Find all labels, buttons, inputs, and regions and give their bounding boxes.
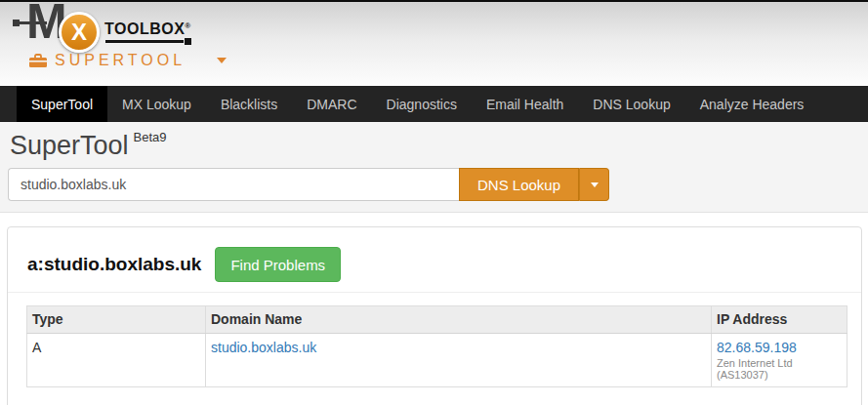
supertool-brand-label: SUPERTOOL: [55, 52, 186, 69]
brand-header: M X TOOLBOX® SUPERTOOL: [0, 2, 868, 86]
domain-search-input[interactable]: [8, 168, 459, 201]
record-ip-cell: 82.68.59.198 Zen Internet Ltd (AS13037): [712, 334, 847, 387]
heading-divider: [8, 292, 861, 293]
record-type-cell: A: [27, 334, 206, 387]
dns-lookup-button[interactable]: DNS Lookup: [459, 168, 579, 201]
column-header-ip: IP Address: [712, 306, 847, 334]
nav-item-supertool[interactable]: SuperTool: [17, 86, 107, 122]
column-header-domain: Domain Name: [206, 306, 712, 334]
asn-info-text: Zen Internet Ltd (AS13037): [717, 357, 839, 381]
logo-letter-x: X: [71, 20, 87, 44]
nav-item-email-health[interactable]: Email Health: [472, 86, 578, 122]
records-header-row: Type Domain Name IP Address: [27, 306, 847, 334]
brand-caret-down-icon: [217, 58, 227, 63]
lookup-command-text: a:studio.boxlabs.uk: [27, 254, 201, 275]
page-title-text: SuperTool: [10, 131, 129, 160]
lookup-search-row: DNS Lookup: [8, 168, 609, 201]
tool-header-section: SuperToolBeta9 DNS Lookup: [0, 122, 868, 213]
logo-right-square: [185, 38, 191, 45]
beta-badge: Beta9: [134, 130, 167, 144]
nav-item-mx-lookup[interactable]: MX Lookup: [107, 86, 206, 122]
nav-item-diagnostics[interactable]: Diagnostics: [372, 86, 472, 122]
lookup-type-dropdown-button[interactable]: [579, 168, 609, 201]
logo-toolbox-word: TOOLBOX: [104, 20, 185, 37]
nav-item-dmarc[interactable]: DMARC: [292, 86, 371, 122]
results-panel: a:studio.boxlabs.uk Find Problems Type D…: [7, 226, 862, 405]
toolbox-icon: [29, 54, 47, 67]
column-header-type: Type: [27, 306, 206, 334]
main-navbar: SuperTool MX Lookup Blacklists DMARC Dia…: [0, 86, 868, 122]
nav-item-blacklists[interactable]: Blacklists: [206, 86, 292, 122]
dns-records-table: Type Domain Name IP Address A studio.box…: [26, 305, 847, 387]
logo-toolbox-text: TOOLBOX®: [104, 20, 191, 38]
supertool-brand-dropdown[interactable]: SUPERTOOL: [29, 52, 227, 69]
chevron-down-icon: [591, 182, 599, 187]
table-row: A studio.boxlabs.uk 82.68.59.198 Zen Int…: [27, 334, 847, 387]
nav-item-analyze-headers[interactable]: Analyze Headers: [685, 86, 819, 122]
page-title: SuperToolBeta9: [10, 130, 167, 161]
find-problems-button[interactable]: Find Problems: [215, 247, 341, 282]
record-domain-cell: studio.boxlabs.uk: [206, 334, 712, 387]
logo-letter-m: M: [26, 0, 64, 49]
mxtoolbox-logo[interactable]: M X TOOLBOX®: [13, 4, 208, 53]
domain-link[interactable]: studio.boxlabs.uk: [211, 340, 316, 355]
logo-x-circle-icon: X: [59, 12, 100, 53]
results-heading: a:studio.boxlabs.uk Find Problems: [27, 247, 861, 282]
logo-underline: [105, 40, 184, 43]
nav-item-dns-lookup[interactable]: DNS Lookup: [578, 86, 684, 122]
registered-mark: ®: [185, 21, 190, 30]
ip-address-link[interactable]: 82.68.59.198: [717, 340, 797, 355]
